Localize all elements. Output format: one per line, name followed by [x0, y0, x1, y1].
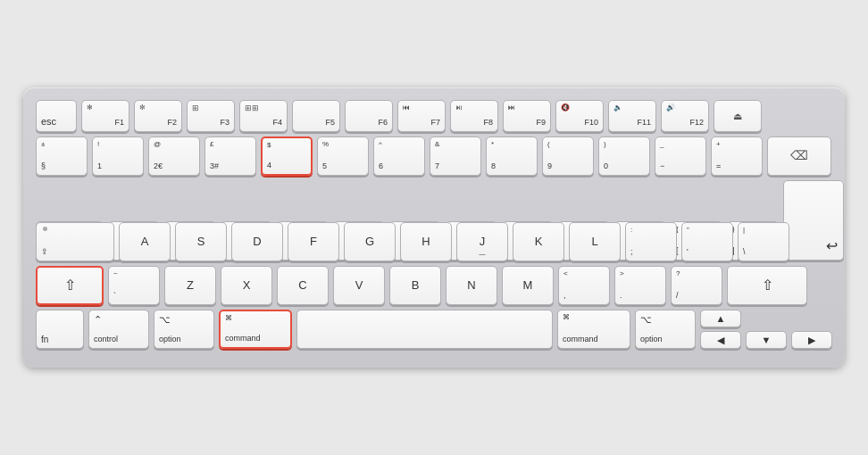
key-f9-icon: ⏭	[508, 104, 515, 112]
key-minus[interactable]: _ −	[655, 136, 706, 176]
key-capslock[interactable]: ⇪	[36, 222, 114, 261]
key-l-label: L	[591, 236, 597, 248]
key-quote-top: "	[687, 227, 689, 235]
key-f7[interactable]: ⏮ F7	[397, 100, 446, 132]
key-minus-label: −	[660, 162, 664, 171]
key-space[interactable]	[296, 310, 553, 349]
key-fn-label: fn	[41, 335, 48, 344]
key-arrow-down[interactable]: ▼	[746, 331, 787, 349]
key-x[interactable]: X	[221, 266, 272, 305]
key-l[interactable]: L	[569, 222, 621, 261]
key-f9[interactable]: ⏭ F9	[503, 100, 551, 132]
key-6-top: ^	[379, 141, 382, 149]
key-tilde[interactable]: ~ `	[108, 266, 160, 305]
key-2-top: @	[154, 141, 161, 149]
key-command-right[interactable]: ⌘ command	[557, 310, 630, 349]
key-c[interactable]: C	[277, 266, 329, 305]
key-f6[interactable]: F6	[345, 100, 393, 132]
key-f5[interactable]: F5	[292, 100, 340, 132]
key-s[interactable]: S	[175, 222, 227, 261]
key-eject[interactable]: ⏏	[714, 100, 762, 132]
key-semicolon-top: :	[630, 227, 632, 235]
key-shift-left-label: ⇧	[64, 277, 76, 294]
key-c-label: C	[298, 279, 306, 292]
key-b-label: B	[412, 279, 420, 292]
key-f10[interactable]: 🔇 F10	[555, 100, 604, 132]
key-j[interactable]: J —	[456, 222, 508, 261]
key-quote-label: '	[687, 248, 689, 257]
key-backslash-label: \	[743, 248, 746, 257]
key-command-left[interactable]: ⌘ command	[219, 310, 292, 349]
key-f2[interactable]: ✼ F2	[134, 100, 182, 132]
key-v[interactable]: V	[333, 266, 385, 305]
key-arrow-left[interactable]: ◀	[700, 331, 741, 349]
key-9-label: 9	[547, 162, 552, 171]
key-section-label: ±	[41, 141, 45, 149]
key-0[interactable]: ) 0	[598, 136, 650, 176]
key-arrow-right[interactable]: ▶	[791, 331, 832, 349]
key-esc-label: esc	[41, 116, 56, 127]
key-a[interactable]: A	[119, 222, 171, 261]
key-5[interactable]: % 5	[317, 136, 369, 176]
key-slash[interactable]: ? /	[671, 266, 722, 305]
key-f8-icon: ⏯	[455, 104, 463, 112]
key-quote[interactable]: " '	[681, 222, 733, 261]
key-comma-top: <	[563, 270, 568, 278]
key-m[interactable]: M	[502, 266, 554, 305]
key-fn[interactable]: fn	[36, 310, 84, 349]
key-esc[interactable]: esc	[36, 100, 77, 132]
key-x-label: X	[243, 279, 251, 292]
key-f1[interactable]: ✻ F1	[81, 100, 129, 132]
key-f3[interactable]: ⊞ F3	[187, 100, 235, 132]
key-f8-label: F8	[483, 119, 493, 128]
key-1[interactable]: ! 1	[92, 136, 144, 176]
key-semicolon[interactable]: : ;	[625, 222, 677, 261]
key-period[interactable]: > .	[614, 266, 666, 305]
key-n[interactable]: N	[446, 266, 497, 305]
key-6-label: 6	[379, 162, 383, 171]
key-b[interactable]: B	[389, 266, 441, 305]
key-option-left[interactable]: ⌥ option	[154, 310, 214, 349]
key-return[interactable]: ↩	[783, 180, 844, 261]
key-backspace[interactable]: ⌫	[767, 136, 831, 176]
key-7-label: 7	[435, 162, 439, 171]
key-2[interactable]: @ 2€	[148, 136, 200, 176]
key-comma[interactable]: < ,	[558, 266, 610, 305]
key-control[interactable]: ⌃ control	[88, 310, 149, 349]
key-arrow-right-label: ▶	[808, 335, 815, 345]
key-f8[interactable]: ⏯ F8	[450, 100, 498, 132]
key-f4[interactable]: ⊞⊞ F4	[239, 100, 288, 132]
key-3-top: £	[210, 141, 213, 149]
key-4[interactable]: $ 4	[261, 136, 313, 176]
key-f3-icon: ⊞	[192, 104, 199, 113]
key-k[interactable]: K	[513, 222, 564, 261]
key-backslash[interactable]: | \	[738, 222, 789, 261]
key-backtick[interactable]: ± §	[36, 136, 88, 176]
key-3[interactable]: £ 3#	[204, 136, 256, 176]
key-h[interactable]: H	[400, 222, 452, 261]
key-9[interactable]: ( 9	[542, 136, 594, 176]
key-arrow-up[interactable]: ▲	[700, 310, 741, 327]
key-f11[interactable]: 🔈 F11	[608, 100, 656, 132]
key-0-top: )	[604, 141, 606, 149]
key-shift-right[interactable]: ⇧	[727, 266, 807, 305]
key-option-right[interactable]: ⌥ option	[635, 310, 696, 349]
key-f-label: F	[310, 236, 317, 248]
key-f[interactable]: F	[288, 222, 339, 261]
key-4-label: 4	[267, 161, 271, 170]
key-f7-icon: ⏮	[403, 104, 410, 112]
key-6[interactable]: ^ 6	[373, 136, 425, 176]
key-0-label: 0	[604, 162, 608, 171]
key-7[interactable]: & 7	[430, 136, 481, 176]
key-shift-left[interactable]: ⇧	[36, 266, 104, 305]
key-g[interactable]: G	[344, 222, 396, 261]
key-option-right-icon: ⌥	[640, 314, 652, 325]
key-9-top: (	[547, 141, 550, 149]
key-8[interactable]: * 8	[486, 136, 538, 176]
key-8-label: 8	[491, 162, 496, 171]
key-d[interactable]: D	[231, 222, 283, 261]
key-equal[interactable]: + =	[711, 136, 763, 176]
key-f12[interactable]: 🔊 F12	[661, 100, 709, 132]
key-command-left-icon: ⌘	[225, 315, 232, 323]
key-z[interactable]: Z	[164, 266, 216, 305]
